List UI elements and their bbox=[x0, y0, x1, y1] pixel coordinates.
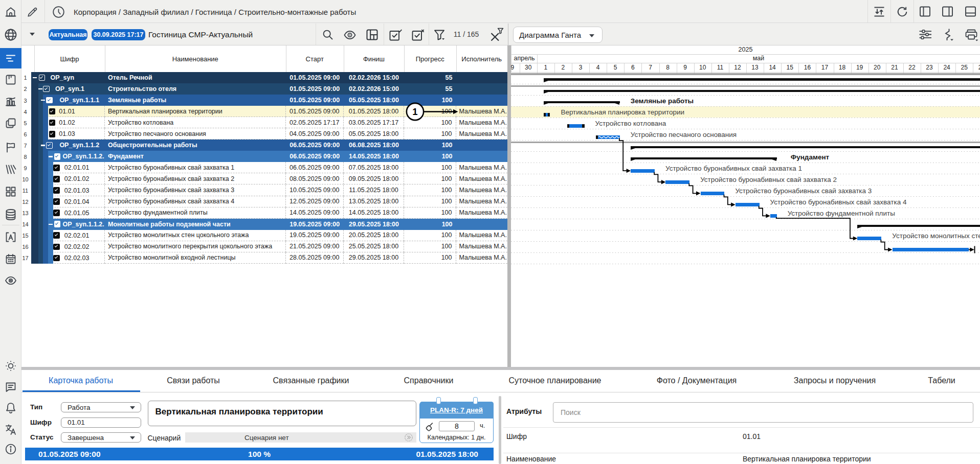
svg-text:1: 1 bbox=[412, 106, 417, 117]
